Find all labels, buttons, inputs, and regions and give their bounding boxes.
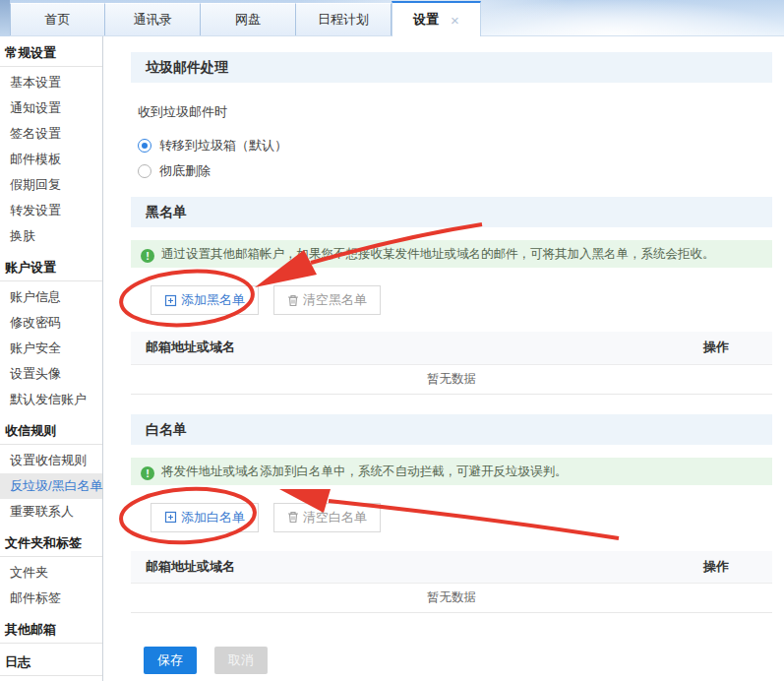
add-whitelist-button[interactable]: 添加白名单 [151, 503, 259, 532]
sidebar-section-logs[interactable]: 日志 [0, 648, 102, 676]
sidebar-item[interactable]: 签名设置 [0, 121, 102, 147]
sidebar-item[interactable]: 基本设置 [0, 70, 102, 95]
add-whitelist-label: 添加白名单 [181, 509, 245, 526]
tab-netdisk[interactable]: 网盘 [201, 3, 296, 35]
tab-strip: 首页通讯录网盘日程计划设置× [0, 0, 784, 36]
radio-icon[interactable] [138, 164, 151, 178]
sidebar-item[interactable]: 文件夹 [0, 560, 102, 586]
tab-label: 通讯录 [134, 12, 172, 27]
settings-content: 垃圾邮件处理 收到垃圾邮件时 转移到垃圾箱（默认） 彻底删除 黑名单 !通过设置… [103, 36, 784, 681]
empty-text: 暂无数据 [131, 364, 772, 394]
spam-handling-section-title: 垃圾邮件处理 [131, 52, 772, 83]
sidebar-item[interactable]: 重要联系人 [0, 499, 102, 525]
whitelist-table: 邮箱地址或域名 操作 暂无数据 [131, 551, 772, 614]
sidebar-section-account-settings: 账户设置 [0, 253, 102, 281]
tab-settings[interactable]: 设置× [392, 1, 481, 36]
tab-label: 首页 [45, 12, 71, 27]
radio-icon[interactable] [138, 139, 151, 153]
blacklist-table: 邮箱地址或域名 操作 暂无数据 [131, 332, 772, 395]
sidebar-section-other-mailbox[interactable]: 其他邮箱 [0, 615, 102, 644]
tab-label: 设置 [413, 11, 439, 29]
column-address: 邮箱地址或域名 [131, 332, 654, 364]
sidebar-item[interactable]: 账户安全 [0, 336, 102, 361]
radio-label: 彻底删除 [159, 162, 211, 180]
footer-buttons: 保存 取消 [144, 647, 772, 674]
save-button[interactable]: 保存 [144, 647, 197, 674]
info-icon: ! [141, 249, 154, 263]
whitelist-empty-row: 暂无数据 [131, 584, 772, 613]
clear-blacklist-label: 清空黑名单 [303, 291, 367, 309]
spam-question-label: 收到垃圾邮件时 [138, 103, 772, 121]
tab-contacts[interactable]: 通讯录 [105, 3, 201, 35]
clear-whitelist-label: 清空白名单 [303, 509, 367, 526]
empty-text: 暂无数据 [131, 584, 772, 613]
tab-calendar[interactable]: 日程计划 [296, 3, 392, 35]
blacklist-empty-row: 暂无数据 [131, 364, 772, 394]
add-icon [164, 511, 177, 524]
blacklist-tip: !通过设置其他邮箱帐户，如果您不想接收某发件地址或域名的邮件，可将其加入黑名单，… [131, 240, 772, 268]
clear-blacklist-button[interactable]: 清空黑名单 [273, 285, 381, 315]
sidebar-item[interactable]: 换肤 [0, 223, 102, 249]
trash-icon [287, 511, 299, 524]
sidebar-item[interactable]: 默认发信账户 [0, 387, 102, 412]
add-blacklist-button[interactable]: 添加黑名单 [151, 285, 259, 315]
close-icon[interactable]: × [451, 12, 459, 29]
radio-label: 转移到垃圾箱（默认） [159, 137, 287, 155]
sidebar-section-receiving-rules: 收信规则 [0, 416, 102, 445]
sidebar-section-general-settings: 常规设置 [0, 38, 102, 67]
blacklist-buttons: 添加黑名单 清空黑名单 [151, 285, 772, 315]
radio-move-to-trash[interactable]: 转移到垃圾箱（默认） [138, 136, 772, 155]
blacklist-section-title: 黑名单 [131, 197, 772, 227]
whitelist-tip-text: 将发件地址或域名添加到白名单中，系统不自动拦截，可避开反垃圾误判。 [161, 464, 568, 478]
trash-icon [287, 294, 299, 307]
tab-label: 日程计划 [318, 12, 369, 27]
sidebar-item[interactable]: 通知设置 [0, 95, 102, 121]
tab-home[interactable]: 首页 [10, 3, 105, 35]
whitelist-section-title: 白名单 [131, 414, 772, 445]
sidebar-item[interactable]: 邮件模板 [0, 147, 102, 172]
sidebar-item[interactable]: 反垃圾/黑白名单 [0, 473, 102, 499]
add-blacklist-label: 添加黑名单 [181, 291, 245, 309]
cancel-button[interactable]: 取消 [214, 647, 268, 674]
column-operation: 操作 [654, 332, 772, 364]
column-operation: 操作 [654, 551, 772, 584]
info-icon: ! [141, 466, 154, 480]
blacklist-tip-text: 通过设置其他邮箱帐户，如果您不想接收某发件地址或域名的邮件，可将其加入黑名单，系… [161, 247, 715, 261]
sidebar-item[interactable]: 设置头像 [0, 361, 102, 387]
sidebar-item[interactable]: 账户信息 [0, 284, 102, 310]
sidebar-section-folders-labels: 文件夹和标签 [0, 528, 102, 557]
column-address: 邮箱地址或域名 [131, 551, 654, 584]
radio-delete-completely[interactable]: 彻底删除 [138, 161, 772, 181]
sidebar-item[interactable]: 转发设置 [0, 198, 102, 223]
settings-sidebar: 常规设置基本设置通知设置签名设置邮件模板假期回复转发设置换肤账户设置账户信息修改… [0, 36, 103, 681]
whitelist-tip: !将发件地址或域名添加到白名单中，系统不自动拦截，可避开反垃圾误判。 [131, 458, 772, 485]
whitelist-table-header: 邮箱地址或域名 操作 [131, 551, 772, 584]
sidebar-item[interactable]: 假期回复 [0, 172, 102, 198]
add-icon [164, 294, 177, 307]
clear-whitelist-button[interactable]: 清空白名单 [273, 503, 381, 532]
blacklist-table-header: 邮箱地址或域名 操作 [131, 332, 772, 364]
sidebar-item[interactable]: 设置收信规则 [0, 448, 102, 473]
sidebar-item[interactable]: 邮件标签 [0, 586, 102, 611]
sidebar-item[interactable]: 修改密码 [0, 310, 102, 336]
tab-list: 首页通讯录网盘日程计划设置× [10, 0, 481, 35]
whitelist-buttons: 添加白名单 清空白名单 [151, 503, 772, 532]
tab-label: 网盘 [235, 12, 261, 27]
